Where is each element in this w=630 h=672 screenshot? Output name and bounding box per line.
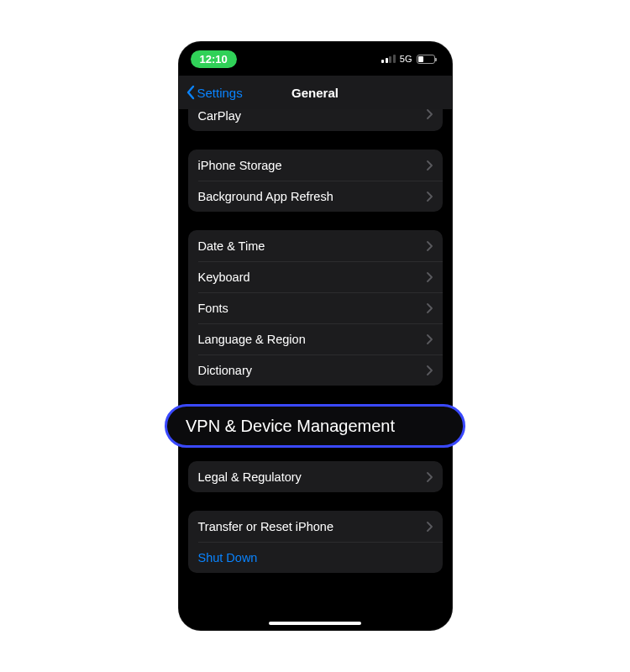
row-label: Transfer or Reset iPhone [198,520,426,533]
chevron-right-icon [426,303,433,313]
group-reset: Transfer or Reset iPhone Shut Down [188,511,443,573]
chevron-right-icon [426,334,433,344]
row-label: Fonts [198,302,426,315]
row-dictionary[interactable]: Dictionary [188,354,443,386]
phone-frame: 12:10 5G Settings General CarPlay [179,42,452,630]
content-scroll[interactable]: CarPlay iPhone Storage Background App Re… [179,109,452,630]
row-background-refresh[interactable]: Background App Refresh [188,181,443,212]
network-label: 5G [400,54,412,64]
home-indicator[interactable] [269,622,361,625]
chevron-left-icon [186,85,196,100]
group-carplay: CarPlay [188,109,443,131]
row-vpn-device-management[interactable] [188,404,443,443]
status-bar: 12:10 5G [179,42,452,76]
row-label: CarPlay [198,109,426,123]
row-label: Language & Region [198,333,426,346]
status-time-pill[interactable]: 12:10 [191,50,237,68]
row-carplay[interactable]: CarPlay [188,109,443,131]
row-label: Shut Down [198,551,433,564]
row-fonts[interactable]: Fonts [188,292,443,323]
row-label: iPhone Storage [198,159,426,172]
row-shut-down[interactable]: Shut Down [188,542,443,573]
back-label: Settings [197,86,243,100]
chevron-right-icon [426,472,433,482]
battery-icon [417,55,435,64]
chevron-right-icon [426,241,433,251]
row-date-time[interactable]: Date & Time [188,230,443,261]
chevron-right-icon [426,192,433,202]
group-storage: iPhone Storage Background App Refresh [188,150,443,212]
chevron-right-icon [426,365,433,375]
group-input-region: Date & Time Keyboard Fonts Language & Re… [188,230,443,386]
row-label: Legal & Regulatory [198,470,426,484]
row-legal-regulatory[interactable]: Legal & Regulatory [188,461,443,492]
row-label: Background App Refresh [198,190,426,203]
chevron-right-icon [426,522,433,532]
chevron-right-icon [426,109,433,119]
row-language-region[interactable]: Language & Region [188,323,443,354]
group-legal: Legal & Regulatory [188,461,443,492]
back-button[interactable]: Settings [186,85,243,100]
card-container: 12:10 5G Settings General CarPlay [0,0,630,672]
chevron-right-icon [426,160,433,171]
signal-icon [381,55,396,63]
chevron-right-icon [426,272,433,282]
status-right-cluster: 5G [381,54,434,64]
row-label: Keyboard [198,270,426,284]
row-transfer-reset[interactable]: Transfer or Reset iPhone [188,511,443,542]
nav-bar: Settings General [179,76,452,109]
row-label: Dictionary [198,364,426,377]
row-iphone-storage[interactable]: iPhone Storage [188,150,443,181]
row-label: Date & Time [198,239,426,253]
row-keyboard[interactable]: Keyboard [188,261,443,292]
